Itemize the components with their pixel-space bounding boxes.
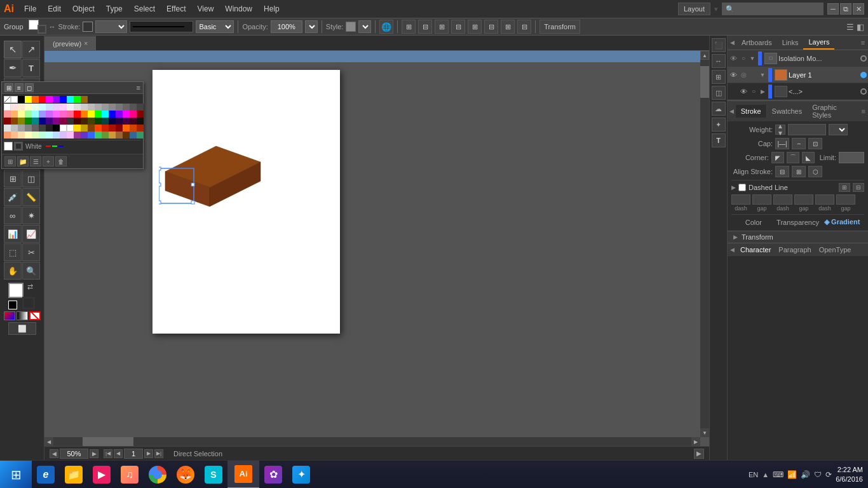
pc10[interactable] bbox=[67, 104, 74, 111]
pg9[interactable] bbox=[60, 125, 67, 132]
layer-row-layer1[interactable]: 👁 ◎ ▼ Layer 1 bbox=[728, 67, 868, 83]
align-btn6[interactable]: ⊟ bbox=[484, 20, 498, 34]
stroke-color-swatch[interactable] bbox=[83, 22, 93, 32]
taskbar-ai-active[interactable]: Ai bbox=[227, 461, 259, 489]
artboards-tab[interactable]: Artboards bbox=[736, 36, 777, 49]
page-first-btn[interactable]: |◀ bbox=[104, 449, 112, 458]
fill-box[interactable] bbox=[8, 283, 24, 298]
style-swatch[interactable] bbox=[346, 22, 356, 32]
cap-butt[interactable]: |—| bbox=[775, 138, 789, 149]
pd9[interactable] bbox=[60, 118, 67, 125]
pj8[interactable] bbox=[123, 132, 130, 139]
pi8[interactable] bbox=[53, 132, 60, 139]
panel-cc-libraries-icon[interactable]: ☁ bbox=[712, 102, 726, 116]
hand-tool[interactable]: ✋ bbox=[4, 262, 22, 280]
weight-input[interactable] bbox=[788, 124, 826, 135]
stroke-tab[interactable]: Stroke bbox=[736, 105, 767, 118]
pi5[interactable] bbox=[32, 132, 39, 139]
mesh-tool[interactable]: ⊞ bbox=[4, 170, 22, 187]
artboard-tool[interactable]: ⬚ bbox=[4, 243, 22, 261]
pen-tool[interactable]: ✒ bbox=[4, 59, 22, 77]
align-btn2[interactable]: ⊟ bbox=[418, 20, 432, 34]
pc11[interactable] bbox=[74, 104, 81, 111]
limit-input[interactable] bbox=[839, 152, 864, 163]
pd5[interactable] bbox=[32, 118, 39, 125]
corner-bevel[interactable]: ◣ bbox=[802, 152, 815, 163]
pc14[interactable] bbox=[95, 104, 102, 111]
cap-round[interactable]: ⌢ bbox=[792, 138, 806, 149]
taskbar-app1[interactable]: ✿ bbox=[259, 461, 287, 489]
ph1[interactable] bbox=[74, 125, 81, 132]
arrow-up-icon[interactable]: ▲ bbox=[762, 471, 769, 478]
character-tab[interactable]: Character bbox=[736, 243, 775, 256]
pr3[interactable] bbox=[18, 111, 25, 118]
taskbar-app2[interactable]: ✦ bbox=[287, 461, 315, 489]
links-tab[interactable]: Links bbox=[777, 36, 804, 49]
globe-btn[interactable]: 🌐 bbox=[379, 20, 393, 34]
pe5[interactable] bbox=[102, 118, 109, 125]
taskbar-skype[interactable]: S bbox=[200, 461, 227, 489]
layer-eye-layer1[interactable]: 👁 bbox=[729, 71, 738, 79]
align-inside[interactable]: ⊞ bbox=[792, 166, 806, 177]
dashed-line-checkbox[interactable] bbox=[738, 184, 746, 191]
pb5[interactable] bbox=[102, 111, 109, 118]
taskbar-ie[interactable]: e bbox=[32, 461, 60, 489]
weight-decrement[interactable]: ▲▼ bbox=[775, 125, 785, 135]
pj4[interactable] bbox=[95, 132, 102, 139]
clock-display[interactable]: 2:22 AM 6/6/2016 bbox=[836, 465, 863, 484]
pb2[interactable] bbox=[81, 111, 88, 118]
blend-tool[interactable]: ∞ bbox=[4, 207, 22, 224]
pd3[interactable] bbox=[18, 118, 25, 125]
align-center[interactable]: ⊟ bbox=[775, 166, 789, 177]
ph3[interactable] bbox=[88, 125, 95, 132]
transform-button[interactable]: Transform bbox=[539, 20, 580, 34]
swatch-fill[interactable] bbox=[4, 142, 13, 151]
swatch-folder[interactable]: 📁 bbox=[17, 156, 29, 166]
pc1[interactable] bbox=[4, 104, 11, 111]
ph9[interactable] bbox=[130, 125, 137, 132]
pj5[interactable] bbox=[102, 132, 109, 139]
layout-button[interactable]: Layout bbox=[678, 3, 710, 15]
pd4[interactable] bbox=[25, 118, 32, 125]
pr5[interactable] bbox=[32, 111, 39, 118]
measure-tool[interactable]: 📏 bbox=[22, 188, 40, 206]
zoom-input[interactable] bbox=[60, 449, 88, 459]
opacity-input[interactable] bbox=[271, 20, 302, 33]
color-c3[interactable] bbox=[39, 96, 46, 103]
layer-expand-layer1[interactable]: ▼ bbox=[759, 72, 766, 78]
swatch-stroke-outline[interactable] bbox=[14, 142, 23, 151]
align-btn7[interactable]: ⊞ bbox=[501, 20, 515, 34]
pc15[interactable] bbox=[102, 104, 109, 111]
pc7[interactable] bbox=[46, 104, 53, 111]
menu-window[interactable]: Window bbox=[220, 3, 257, 15]
pc17[interactable] bbox=[116, 104, 123, 111]
layer-eye-isolation[interactable]: 👁 bbox=[729, 54, 738, 63]
page-last-btn[interactable]: ▶| bbox=[154, 449, 163, 458]
corner-round[interactable]: ⌒ bbox=[787, 152, 799, 163]
pg5[interactable] bbox=[32, 125, 39, 132]
menu-edit[interactable]: Edit bbox=[43, 3, 66, 15]
layer-target-sublayer[interactable]: ○ bbox=[749, 87, 758, 96]
pr7[interactable] bbox=[46, 111, 53, 118]
stroke-panel-menu[interactable]: ≡ bbox=[858, 107, 868, 115]
panel-artboards-icon[interactable]: ⬛ bbox=[712, 38, 726, 52]
pj6[interactable] bbox=[109, 132, 116, 139]
zoom-out-btn[interactable]: ◀ bbox=[50, 449, 58, 458]
gap1-input[interactable] bbox=[752, 194, 771, 205]
gradient-btn[interactable] bbox=[17, 311, 28, 320]
type-tool[interactable]: T bbox=[22, 59, 40, 77]
taskbar-chrome[interactable] bbox=[144, 461, 172, 489]
gradient-section-btn[interactable]: ◈ Gradient bbox=[820, 216, 864, 228]
pb7[interactable] bbox=[116, 111, 123, 118]
gap3-input[interactable] bbox=[836, 194, 855, 205]
color-c8[interactable] bbox=[74, 96, 81, 103]
pj9[interactable] bbox=[130, 132, 137, 139]
menu-effect[interactable]: Effect bbox=[161, 3, 191, 15]
swatch-new-folder[interactable]: ⊞ bbox=[4, 156, 16, 166]
pg8[interactable] bbox=[53, 125, 60, 132]
color-fill-btn[interactable] bbox=[4, 311, 15, 320]
swatch-add[interactable]: + bbox=[43, 156, 54, 166]
menu-type[interactable]: Type bbox=[101, 3, 128, 15]
pd7[interactable] bbox=[46, 118, 53, 125]
pc2[interactable] bbox=[11, 104, 18, 111]
